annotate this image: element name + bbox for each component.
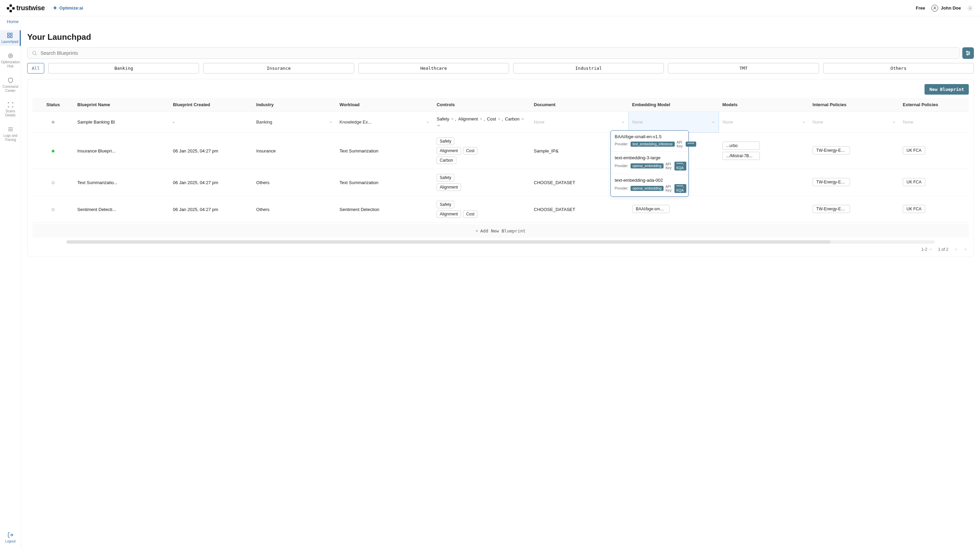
sidebar-item-logs-tracing[interactable]: Logs and Tracing xyxy=(0,124,21,144)
cell-industry: Others xyxy=(256,180,269,185)
breadcrumb: Home xyxy=(0,16,980,27)
remove-icon[interactable]: × xyxy=(480,116,482,121)
dropdown-title: BAAI/bge-small-en-v1.5 xyxy=(615,134,684,139)
cell-created: 06 Jan 2025, 04:27 pm xyxy=(173,180,218,185)
sliders-icon xyxy=(965,50,971,56)
apikey-pill: *****-KQA xyxy=(675,184,686,193)
svg-point-0 xyxy=(934,7,935,8)
cell-name[interactable]: Text Summarizatio... xyxy=(77,180,166,185)
chevron-down-icon xyxy=(426,120,430,124)
industry-select[interactable]: Banking xyxy=(256,119,333,124)
embedding-select[interactable]: None xyxy=(632,119,715,124)
cell-internal: None xyxy=(813,119,823,124)
chip-alignment: Alignment xyxy=(437,210,461,218)
category-tabs: All Banking Insurance Healthcare Industr… xyxy=(27,63,974,73)
tab-healthcare[interactable]: Healthcare xyxy=(358,63,509,73)
chevron-down-icon xyxy=(802,120,806,124)
cell-name[interactable]: Sentiment Detecti... xyxy=(77,207,166,212)
document-select[interactable]: None xyxy=(534,119,625,124)
cell-workload: Sentiment Detection xyxy=(340,207,379,212)
sidebar-item-logout[interactable]: Logout xyxy=(0,530,21,546)
external-chip: UK FCA xyxy=(903,205,925,213)
remove-icon[interactable]: × xyxy=(451,116,454,121)
dropdown-item[interactable]: BAAI/bge-small-en-v1.5 Provider: text_em… xyxy=(611,131,688,152)
table-row: Text Summarizatio... 06 Jan 2025, 04:27 … xyxy=(32,169,969,196)
chip-alignment: Alignment xyxy=(437,147,461,154)
tab-tmt[interactable]: TMT xyxy=(668,63,819,73)
brand[interactable]: trustwise xyxy=(7,4,45,12)
shield-icon xyxy=(8,77,14,83)
chip-safety: Safety xyxy=(437,174,454,181)
dropdown-item[interactable]: text-embedding-3-large Provider: openai_… xyxy=(611,152,688,174)
col-controls: Controls xyxy=(433,98,530,111)
search-input[interactable] xyxy=(40,50,955,56)
dropdown-item[interactable]: text-embedding-ada-002 Provider: openai_… xyxy=(611,174,688,196)
tab-banking[interactable]: Banking xyxy=(48,63,199,73)
col-internal: Internal Policies xyxy=(809,98,899,111)
scan-icon xyxy=(8,102,14,108)
dropdown-title: text-embedding-3-large xyxy=(615,155,684,160)
col-document: Document xyxy=(530,98,629,111)
page-size-select[interactable]: 1-2 xyxy=(921,247,933,252)
user-menu[interactable]: John Doe xyxy=(931,5,961,11)
sidebar-item-label: Command Center xyxy=(2,85,19,93)
external-select[interactable]: None xyxy=(903,119,966,124)
main-content: Your Launchpad All Banking Insurance Hea… xyxy=(21,27,980,549)
model-chip: ...urbo xyxy=(722,142,760,150)
provider-pill: openai_embedding xyxy=(630,186,663,191)
cell-created: - xyxy=(173,119,174,124)
internal-select[interactable]: None xyxy=(813,119,896,124)
sidebar-item-label: Logs and Tracing xyxy=(2,134,19,142)
chip-safety: Safety × , xyxy=(437,116,456,121)
table-row: Sample Banking Bl - Banking Knowled xyxy=(32,111,969,133)
tab-all[interactable]: All xyxy=(27,63,44,73)
remove-icon[interactable]: × xyxy=(521,116,524,121)
chevron-down-icon[interactable] xyxy=(437,124,441,127)
sidebar-item-optimization-hub[interactable]: Optimization Hub xyxy=(0,51,21,70)
dropdown-meta: Provider: text_embedding_inference API K… xyxy=(615,140,684,148)
sidebar-item-command-center[interactable]: Command Center xyxy=(0,75,21,95)
controls-chips: Safety Alignment xyxy=(437,174,527,191)
cell-name[interactable]: Insurance Bluepri... xyxy=(77,148,166,153)
controls-chips: Safety Alignment Cost xyxy=(437,201,527,218)
tagline[interactable]: ✦ Optimize:ai xyxy=(53,5,83,11)
add-blueprint-row[interactable]: +Add New Blueprint xyxy=(32,224,969,237)
chip-cost: Cost xyxy=(463,147,478,154)
cell-name[interactable]: Sample Banking Bl xyxy=(77,119,166,124)
page-range: 1 of 2 xyxy=(938,247,948,252)
cell-embedding: None xyxy=(632,119,643,124)
filter-button[interactable] xyxy=(962,47,974,59)
horizontal-scrollbar[interactable] xyxy=(66,240,935,244)
prev-page-icon[interactable] xyxy=(954,247,958,251)
cell-external: None xyxy=(903,119,913,124)
scrollbar-thumb[interactable] xyxy=(66,240,830,244)
col-name: Blueprint Name xyxy=(74,98,169,111)
next-page-icon[interactable] xyxy=(963,247,967,251)
layers-icon xyxy=(8,126,14,132)
col-industry: Industry xyxy=(253,98,336,111)
svg-point-6 xyxy=(8,54,13,58)
sidebar-item-scans-details[interactable]: Scans Details xyxy=(0,100,21,119)
controls-chips: Safety Alignment Cost Carbon xyxy=(437,137,527,164)
models-select[interactable]: None xyxy=(722,119,806,124)
tab-industrial[interactable]: Industrial xyxy=(513,63,664,73)
breadcrumb-home[interactable]: Home xyxy=(7,19,19,24)
chevron-down-icon xyxy=(621,120,625,124)
new-blueprint-button[interactable]: New Blueprint xyxy=(924,84,969,95)
topbar-right: Free John Doe xyxy=(916,5,973,11)
svg-point-8 xyxy=(33,51,36,54)
cell-document: CHOOSE_DATASET xyxy=(534,180,576,185)
workload-select[interactable]: Knowledge Ex... xyxy=(340,119,430,124)
search-input-wrap[interactable] xyxy=(27,47,959,59)
chip-safety: Safety xyxy=(437,201,454,208)
sidebar-item-label: Logout xyxy=(5,539,16,544)
svg-rect-4 xyxy=(8,36,9,38)
remove-icon[interactable]: × xyxy=(498,116,501,121)
controls-chips: Safety × , Alignment × , Cost × , Carbon… xyxy=(437,116,527,127)
sidebar-item-launchpad[interactable]: Launchpad xyxy=(0,30,21,46)
status-dot xyxy=(52,208,54,211)
status-dot xyxy=(52,150,54,153)
tab-insurance[interactable]: Insurance xyxy=(203,63,354,73)
settings-icon[interactable] xyxy=(967,5,973,11)
tab-others[interactable]: Others xyxy=(823,63,974,73)
